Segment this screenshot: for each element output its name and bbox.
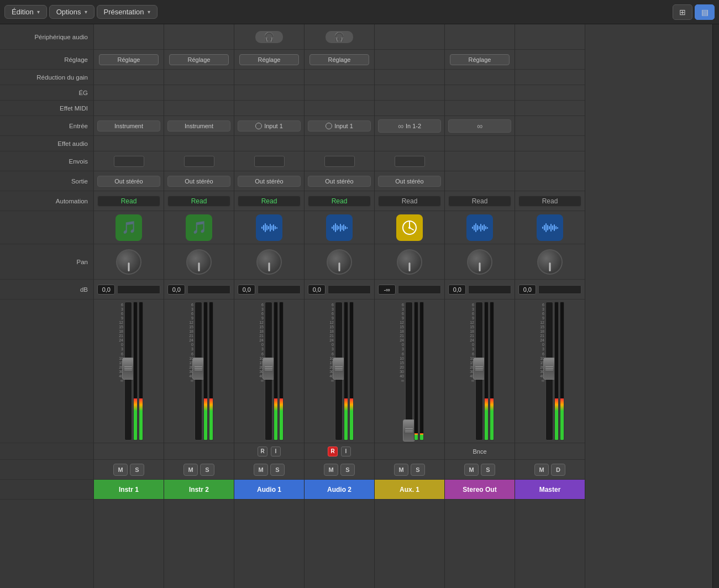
input-btn-instr1[interactable]: Instrument bbox=[97, 120, 160, 132]
channel-name-instr2[interactable]: Instr 2 bbox=[164, 480, 234, 499]
pan-knob-stereoout[interactable] bbox=[467, 249, 492, 275]
automation-btn-aux1[interactable]: Read bbox=[378, 196, 440, 207]
automation-btn-instr2[interactable]: Read bbox=[167, 196, 230, 207]
presentation-menu[interactable]: Présentation ▾ bbox=[97, 5, 158, 19]
mute-btn-instr1[interactable]: M bbox=[113, 464, 128, 476]
pan-knob-instr1[interactable] bbox=[116, 249, 141, 275]
input-btn-audio2[interactable]: Input 1 bbox=[308, 120, 370, 132]
sends-btn-instr1[interactable] bbox=[114, 156, 144, 167]
fader-track-master[interactable] bbox=[545, 302, 553, 440]
output-btn-instr2[interactable]: Out stéréo bbox=[167, 176, 230, 187]
solo-btn-instr2[interactable]: S bbox=[200, 464, 214, 476]
track-icon-instr2[interactable]: 🎵 bbox=[186, 214, 212, 241]
r-btn-audio1[interactable]: R bbox=[258, 447, 267, 456]
view-mixer-btn[interactable]: ▤ bbox=[695, 4, 715, 20]
track-icon-aux1[interactable] bbox=[396, 214, 423, 241]
db-value-instr1[interactable]: 0,0 bbox=[97, 285, 115, 295]
fader-handle-audio1[interactable] bbox=[263, 358, 275, 380]
track-icon-audio1[interactable] bbox=[256, 214, 282, 241]
pan-knob-aux1[interactable] bbox=[397, 249, 422, 275]
db-bar-instr1 bbox=[117, 285, 160, 294]
output-btn-audio2[interactable]: Out stéréo bbox=[308, 176, 370, 187]
pan-knob-instr2[interactable] bbox=[186, 249, 212, 275]
db-display-stereoout: 0,0 bbox=[448, 285, 511, 295]
sends-btn-aux1[interactable] bbox=[395, 156, 425, 167]
fader-track-stereoout[interactable] bbox=[475, 302, 483, 440]
setting-btn-instr2[interactable]: Réglage bbox=[169, 54, 228, 65]
automation-btn-audio1[interactable]: Read bbox=[238, 196, 300, 207]
track-icon-stereoout[interactable] bbox=[466, 214, 493, 241]
i-btn-audio1[interactable]: I bbox=[271, 447, 281, 456]
input-btn-stereoout[interactable]: ∞ bbox=[448, 119, 511, 133]
solo-btn-instr1[interactable]: S bbox=[130, 464, 144, 476]
fader-handle-stereoout[interactable] bbox=[473, 358, 485, 380]
setting-btn-audio1[interactable]: Réglage bbox=[239, 54, 298, 65]
solo-btn-stereoout[interactable]: S bbox=[481, 464, 495, 476]
fader-handle-aux1[interactable] bbox=[403, 419, 415, 442]
output-btn-audio1[interactable]: Out stéréo bbox=[238, 176, 300, 187]
db-value-master[interactable]: 0,0 bbox=[518, 285, 536, 295]
fader-handle-audio2[interactable] bbox=[333, 358, 345, 380]
output-btn-instr1[interactable]: Out stéréo bbox=[97, 176, 160, 187]
db-display-instr2: 0,0 bbox=[167, 285, 230, 295]
channel-name-stereoout[interactable]: Stereo Out bbox=[445, 480, 515, 499]
db-value-instr2[interactable]: 0,0 bbox=[167, 285, 185, 295]
sends-btn-audio2[interactable] bbox=[324, 156, 355, 167]
pan-knob-master[interactable] bbox=[537, 249, 563, 275]
right-scrollbar[interactable] bbox=[712, 24, 719, 588]
fader-handle-instr1[interactable] bbox=[122, 358, 134, 380]
input-btn-instr2[interactable]: Instrument bbox=[167, 120, 230, 132]
sends-btn-audio1[interactable] bbox=[254, 156, 285, 167]
automation-btn-audio2[interactable]: Read bbox=[308, 196, 370, 207]
fader-track-instr1[interactable] bbox=[124, 302, 132, 440]
setting-btn-instr1[interactable]: Réglage bbox=[99, 54, 158, 65]
mute-btn-audio1[interactable]: M bbox=[254, 464, 268, 476]
automation-btn-instr1[interactable]: Read bbox=[97, 196, 160, 207]
channel-name-audio2[interactable]: Audio 2 bbox=[305, 480, 374, 499]
solo-btn-aux1[interactable]: S bbox=[411, 464, 425, 476]
input-btn-aux1[interactable]: ∞In 1-2 bbox=[378, 119, 440, 133]
svg-rect-29 bbox=[480, 224, 481, 232]
pan-knob-audio1[interactable] bbox=[256, 249, 282, 275]
pan-knob-audio2[interactable] bbox=[327, 249, 352, 275]
mute-btn-stereoout[interactable]: M bbox=[464, 464, 479, 476]
fader-track-audio2[interactable] bbox=[335, 302, 343, 440]
fader-handle-instr2[interactable] bbox=[192, 358, 204, 380]
automation-btn-master[interactable]: Read bbox=[518, 196, 581, 207]
mute-btn-audio2[interactable]: M bbox=[324, 464, 338, 476]
solo-btn-audio1[interactable]: S bbox=[270, 464, 285, 476]
solo-btn-master[interactable]: D bbox=[551, 464, 565, 476]
view-split-btn[interactable]: ⊞ bbox=[673, 4, 692, 20]
channel-name-master[interactable]: Master bbox=[515, 480, 585, 499]
setting-btn-audio2[interactable]: Réglage bbox=[309, 54, 369, 65]
fader-track-aux1[interactable] bbox=[405, 302, 413, 440]
solo-btn-audio2[interactable]: S bbox=[340, 464, 355, 476]
fader-handle-master[interactable] bbox=[543, 358, 555, 380]
mute-btn-aux1[interactable]: M bbox=[394, 464, 408, 476]
fader-track-instr2[interactable] bbox=[195, 302, 202, 440]
edition-menu[interactable]: Édition ▾ bbox=[4, 5, 47, 19]
db-value-audio2[interactable]: 0,0 bbox=[308, 285, 326, 295]
svg-rect-5 bbox=[270, 224, 271, 232]
track-icon-master[interactable] bbox=[537, 214, 563, 241]
track-icon-audio2[interactable] bbox=[326, 214, 353, 241]
options-menu[interactable]: Options ▾ bbox=[49, 5, 95, 19]
r-btn-audio2[interactable]: R bbox=[328, 447, 338, 456]
setting-btn-stereoout[interactable]: Réglage bbox=[450, 54, 509, 65]
mute-btn-instr2[interactable]: M bbox=[183, 464, 198, 476]
input-btn-audio1[interactable]: Input 1 bbox=[238, 120, 300, 132]
svg-rect-16 bbox=[342, 225, 343, 230]
channel-name-instr1[interactable]: Instr 1 bbox=[94, 480, 164, 499]
track-icon-instr1[interactable]: 🎵 bbox=[116, 214, 142, 241]
fader-track-audio1[interactable] bbox=[265, 302, 272, 440]
i-btn-audio2[interactable]: I bbox=[341, 447, 351, 456]
db-value-audio1[interactable]: 0,0 bbox=[238, 285, 255, 295]
output-btn-aux1[interactable]: Out stéréo bbox=[378, 176, 440, 187]
channel-name-aux1[interactable]: Aux. 1 bbox=[375, 480, 444, 499]
automation-btn-stereoout[interactable]: Read bbox=[448, 196, 511, 207]
mute-btn-master[interactable]: M bbox=[534, 464, 549, 476]
sends-btn-instr2[interactable] bbox=[184, 156, 214, 167]
db-value-aux1[interactable]: -∞ bbox=[378, 285, 396, 295]
db-value-stereoout[interactable]: 0,0 bbox=[448, 285, 466, 295]
channel-name-audio1[interactable]: Audio 1 bbox=[234, 480, 304, 499]
